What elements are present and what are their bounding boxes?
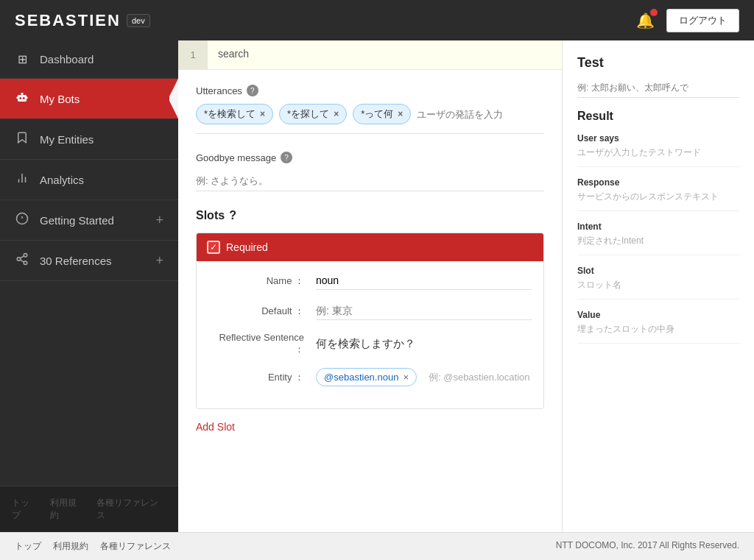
chip-2-close[interactable]: ×: [334, 109, 339, 119]
chip-1: *を検索して ×: [196, 104, 273, 124]
svg-point-13: [24, 254, 27, 258]
notification-badge: [650, 9, 658, 16]
svg-point-1: [19, 97, 21, 99]
main-area: 1 search Utterances ? *を検索して ×: [178, 40, 754, 532]
slot-card-body: Name ： Default ： Reflective Sentence ：: [197, 261, 543, 408]
result-user-says-label: User says: [577, 133, 739, 143]
footer-terms[interactable]: 利用規約: [53, 540, 88, 553]
goodbye-label: Goodbye message ?: [196, 152, 544, 163]
footer-left: トップ 利用規約 各種リファレンス: [15, 540, 171, 553]
svg-point-2: [23, 97, 25, 99]
svg-point-15: [24, 261, 27, 265]
add-slot-button[interactable]: Add Slot: [196, 421, 235, 433]
result-slot-label: Slot: [577, 266, 739, 276]
result-intent: Intent 判定されたIntent: [577, 221, 739, 255]
entity-chip: @sebastien.noun ×: [316, 368, 417, 386]
sidebar-item-analytics[interactable]: Analytics: [0, 160, 178, 200]
slot-name-input[interactable]: [316, 272, 532, 290]
chip-3-close[interactable]: ×: [398, 109, 403, 119]
info-icon: [15, 212, 29, 228]
header-right: 🔔 ログアウト: [636, 9, 739, 32]
sidebar-label-my-bots: My Bots: [40, 93, 80, 105]
result-intent-value: 判定されたIntent: [577, 235, 739, 247]
logo-badge: dev: [127, 14, 150, 27]
sidebar-label-getting-started: Getting Started: [40, 214, 114, 227]
analytics-icon: [15, 171, 29, 188]
result-user-says: User says ユーザが入力したテストワード: [577, 133, 739, 167]
result-response: Response サービスからのレスポンステキスト: [577, 177, 739, 211]
sidebar-item-my-entities[interactable]: My Entities: [0, 119, 178, 160]
entity-chip-text: @sebastien.noun: [324, 372, 398, 383]
slot-default-row: Default ：: [208, 302, 532, 320]
svg-rect-0: [18, 95, 27, 102]
utterances-label: Utterances ?: [196, 85, 544, 96]
result-value-label: Value: [577, 310, 739, 320]
logo-area: SEBASTIEN dev: [15, 11, 150, 30]
slot-default-label: Default ：: [208, 305, 304, 318]
chip-1-text: *を検索して: [204, 107, 256, 121]
slot-entity-row: Entity ： @sebastien.noun × 例: @sebastien…: [208, 368, 532, 386]
form-area: Utterances ? *を検索して × *を探して × *: [178, 70, 562, 465]
chip-2-text: *を探して: [287, 107, 329, 121]
footer-link-references[interactable]: 各種リファレンス: [96, 497, 166, 522]
test-title: Test: [577, 55, 739, 71]
bots-icon: [15, 91, 29, 107]
slot-card-header: ✓ Required: [197, 233, 543, 261]
result-user-says-value: ユーザが入力したテストワード: [577, 146, 739, 159]
sidebar-label-references: 30 References: [40, 255, 112, 267]
sidebar-item-dashboard[interactable]: ⊞ Dashboard: [0, 40, 178, 79]
sidebar-label-my-entities: My Entities: [40, 133, 94, 146]
goodbye-section: Goodbye message ?: [196, 152, 544, 191]
footer-top[interactable]: トップ: [15, 540, 41, 553]
slot-reflective-row: Reflective Sentence ： 何を検索しますか？: [208, 332, 532, 356]
code-line-1: 1 search: [178, 40, 562, 70]
line-content[interactable]: search: [208, 40, 562, 69]
references-icon: [15, 252, 29, 269]
sidebar-item-getting-started[interactable]: Getting Started +: [0, 200, 178, 241]
slot-name-row: Name ：: [208, 272, 532, 290]
goodbye-help-badge[interactable]: ?: [281, 152, 292, 163]
sidebar-item-references[interactable]: 30 References +: [0, 241, 178, 281]
references-plus-icon[interactable]: +: [155, 253, 163, 269]
entity-chip-close[interactable]: ×: [403, 372, 409, 383]
chip-1-close[interactable]: ×: [260, 109, 265, 119]
getting-started-plus-icon[interactable]: +: [155, 213, 163, 228]
layout: ⊞ Dashboard My Bots My Entities Analytic…: [0, 40, 754, 532]
svg-line-17: [20, 256, 24, 258]
sidebar: ⊞ Dashboard My Bots My Entities Analytic…: [0, 40, 178, 532]
dashboard-icon: ⊞: [15, 52, 29, 66]
chip-3-text: *って何: [361, 107, 393, 121]
sidebar-label-dashboard: Dashboard: [40, 53, 94, 65]
footer-link-terms[interactable]: 利用規約: [50, 497, 85, 522]
slot-card: ✓ Required Name ： Default ：: [196, 233, 544, 409]
notification-bell[interactable]: 🔔: [636, 12, 655, 29]
line-number: 1: [178, 40, 208, 69]
slot-reflective-value: 何を検索しますか？: [316, 337, 415, 351]
chip-2: *を探して ×: [279, 104, 347, 124]
logout-button[interactable]: ログアウト: [666, 9, 739, 32]
result-intent-label: Intent: [577, 221, 739, 232]
slot-reflective-label: Reflective Sentence ：: [208, 332, 304, 356]
svg-rect-6: [27, 96, 28, 99]
slots-help-badge[interactable]: ?: [229, 209, 236, 222]
entity-placeholder: 例: @sebastien.location: [429, 371, 530, 384]
test-input[interactable]: [577, 78, 739, 98]
sidebar-footer: トップ 利用規約 各種リファレンス: [0, 486, 178, 532]
utterance-input[interactable]: [417, 109, 540, 120]
footer-link-top[interactable]: トップ: [12, 497, 38, 522]
logo-text: SEBASTIEN: [15, 11, 121, 30]
utterances-section: Utterances ? *を検索して × *を探して × *: [196, 85, 544, 134]
result-slot-value: スロット名: [577, 279, 739, 291]
goodbye-input[interactable]: [196, 171, 544, 191]
header: SEBASTIEN dev 🔔 ログアウト: [0, 0, 754, 40]
center-panel: 1 search Utterances ? *を検索して ×: [178, 40, 563, 532]
sidebar-item-my-bots[interactable]: My Bots: [0, 79, 178, 119]
required-checkbox[interactable]: ✓: [207, 241, 220, 254]
slot-entity-label: Entity ：: [208, 371, 304, 384]
right-panel: Test Result User says ユーザが入力したテストワード Res…: [563, 40, 754, 532]
footer-references[interactable]: 各種リファレンス: [100, 540, 171, 553]
slot-name-label: Name ：: [208, 274, 304, 288]
slot-default-input[interactable]: [316, 302, 532, 320]
svg-line-16: [20, 260, 24, 262]
utterances-help-badge[interactable]: ?: [247, 85, 258, 96]
